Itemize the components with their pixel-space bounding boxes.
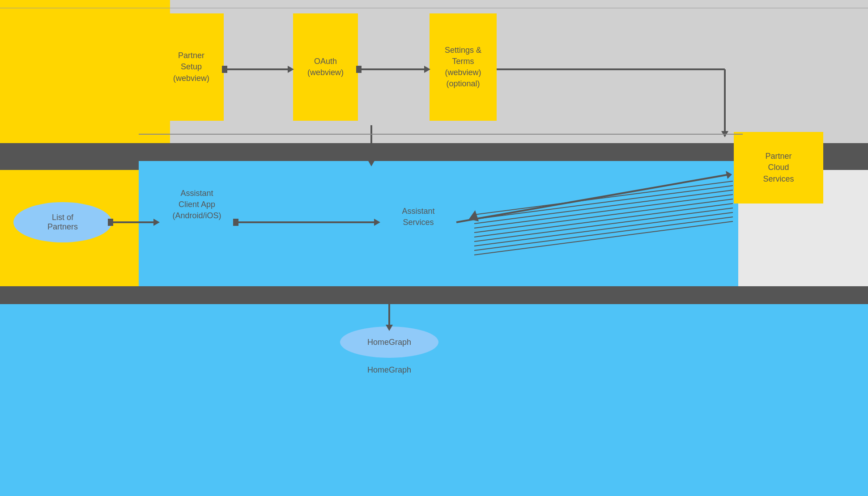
partner-cloud-label: Partner Cloud Services — [763, 151, 794, 185]
homegraph-label: HomeGraph — [340, 365, 438, 376]
oauth-label: OAuth (webview) — [307, 56, 344, 78]
oauth-box: OAuth (webview) — [293, 13, 358, 121]
homegraph-oval-label: HomeGraph — [367, 338, 411, 347]
list-of-partners-oval: List of Partners — [13, 202, 112, 242]
homegraph-oval: HomeGraph — [340, 326, 438, 358]
partner-setup-box: Partner Setup (webview) — [159, 13, 224, 121]
partner-cloud-box: Partner Cloud Services — [734, 132, 823, 203]
list-of-partners-label: List of Partners — [47, 213, 78, 232]
blue-bottom-area — [0, 304, 868, 496]
partner-setup-label: Partner Setup (webview) — [173, 50, 209, 84]
settings-terms-box: Settings & Terms (webview) (optional) — [430, 13, 497, 121]
assistant-client-app-label: Assistant Client App (Android/iOS) — [159, 188, 235, 222]
settings-terms-label: Settings & Terms (webview) (optional) — [445, 45, 481, 90]
assistant-services-label: Assistant Services — [380, 206, 456, 228]
